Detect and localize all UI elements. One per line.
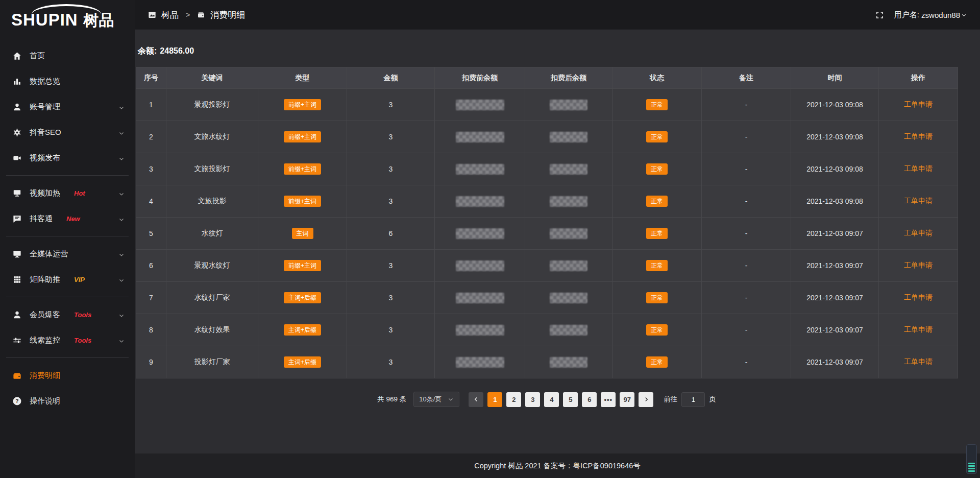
cell-type: 前缀+主词 <box>258 121 347 153</box>
cell-index: 5 <box>136 218 166 250</box>
user-name: zswodun88 <box>921 11 960 19</box>
masked-value <box>550 357 587 368</box>
sidebar-divider <box>6 297 129 297</box>
cell-type: 主词+后缀 <box>258 282 347 314</box>
breadcrumb-item-app[interactable]: 树品 <box>161 9 179 21</box>
type-tag: 主词+后缀 <box>284 324 321 336</box>
user-dropdown[interactable]: 用户名: zswodun88 <box>894 10 967 20</box>
balance: 余额:24856.00 <box>135 31 980 67</box>
cell-type: 前缀+主词 <box>258 153 347 185</box>
table-row: 9投影灯厂家主词+后缀3正常-2021-12-03 09:07工单申请 <box>136 346 958 378</box>
chevron-down-icon <box>118 276 125 282</box>
sidebar-item-0[interactable]: 首页 <box>0 43 135 68</box>
cell-type: 前缀+主词 <box>258 185 347 218</box>
work-order-link[interactable]: 工单申请 <box>904 325 933 333</box>
sidebar-item-13[interactable]: 线索监控Tools <box>0 327 135 353</box>
sidebar-item-2[interactable]: 账号管理 <box>0 94 135 119</box>
cell-keyword: 景观水纹灯 <box>166 250 258 282</box>
status-badge: 正常 <box>646 131 668 142</box>
table-header-row: 序号关键词类型金额扣费前余额扣费后余额状态备注时间操作 <box>136 67 958 89</box>
cell-time: 2021-12-03 09:08 <box>791 89 879 121</box>
sidebar-item-label: 抖客通 <box>30 214 53 224</box>
prev-page-button[interactable] <box>469 392 483 407</box>
cell-index: 7 <box>136 282 166 314</box>
cell-status: 正常 <box>612 121 702 153</box>
sidebar-item-label: 矩阵助推 <box>30 275 60 284</box>
fullscreen-icon[interactable] <box>875 11 884 19</box>
sidebar-item-4[interactable]: 视频发布 <box>0 145 135 171</box>
sidebar-divider <box>6 357 129 358</box>
cell-type: 前缀+主词 <box>258 89 347 121</box>
cell-type: 主词+后缀 <box>258 314 347 346</box>
sidebar-item-6[interactable]: 视频加热Hot <box>0 180 135 206</box>
table-row: 8水纹灯效果主词+后缀3正常-2021-12-03 09:07工单申请 <box>136 314 958 346</box>
balance-value: 24856.00 <box>160 46 194 55</box>
status-badge: 正常 <box>646 99 668 110</box>
work-order-link[interactable]: 工单申请 <box>904 197 933 205</box>
chevron-left-icon <box>473 396 479 402</box>
work-order-link[interactable]: 工单申请 <box>904 100 933 108</box>
sidebar-item-15[interactable]: 消费明细 <box>0 363 135 388</box>
next-page-button[interactable] <box>639 392 653 407</box>
page-button-1[interactable]: 1 <box>487 392 502 407</box>
goto-page: 前往页 <box>664 392 716 407</box>
cell-time: 2021-12-03 09:07 <box>791 314 879 346</box>
cell-balance-before <box>435 89 525 121</box>
cell-amount: 3 <box>347 153 435 185</box>
cell-remark: - <box>702 185 791 218</box>
cell-amount: 3 <box>347 250 435 282</box>
sidebar-item-3[interactable]: 抖音SEO <box>0 119 135 145</box>
floating-widget[interactable] <box>966 444 977 474</box>
sidebar-item-7[interactable]: 抖客通New <box>0 206 135 231</box>
sidebar-item-1[interactable]: 数据总览 <box>0 68 135 94</box>
cell-type: 前缀+主词 <box>258 250 347 282</box>
cell-amount: 3 <box>347 314 435 346</box>
cell-status: 正常 <box>612 250 702 282</box>
page-button-97[interactable]: 97 <box>620 392 634 407</box>
goto-page-input[interactable] <box>681 392 705 407</box>
sidebar-item-10[interactable]: 矩阵助推VIP <box>0 267 135 292</box>
column-header: 扣费后余额 <box>525 67 612 89</box>
sidebar-item-label: 首页 <box>30 51 45 61</box>
cell-status: 正常 <box>612 282 702 314</box>
cell-balance-before <box>435 185 525 218</box>
page-button-2[interactable]: 2 <box>506 392 521 407</box>
cell-balance-before <box>435 218 525 250</box>
work-order-link[interactable]: 工单申请 <box>904 261 933 269</box>
cell-index: 9 <box>136 346 166 378</box>
cell-index: 6 <box>136 250 166 282</box>
more-pages-button[interactable]: ••• <box>601 392 616 407</box>
monitor-icon <box>12 249 22 259</box>
cell-keyword: 水纹灯厂家 <box>166 282 258 314</box>
cell-keyword: 文旅水纹灯 <box>166 121 258 153</box>
page-size-select[interactable]: 10条/页 <box>413 392 459 407</box>
masked-value <box>550 196 587 207</box>
sidebar-item-12[interactable]: 会员爆客Tools <box>0 302 135 327</box>
page-button-3[interactable]: 3 <box>525 392 540 407</box>
masked-value <box>456 100 504 110</box>
cell-balance-after <box>525 218 612 250</box>
work-order-link[interactable]: 工单申请 <box>904 357 933 366</box>
page-button-5[interactable]: 5 <box>563 392 578 407</box>
pagination: 共 969 条10条/页123456•••97前往页 <box>136 392 958 407</box>
work-order-link[interactable]: 工单申请 <box>904 164 933 173</box>
table-row: 6景观水纹灯前缀+主词3正常-2021-12-03 09:07工单申请 <box>136 250 958 282</box>
cell-balance-before <box>435 314 525 346</box>
sidebar-item-label: 全媒体运营 <box>30 249 68 259</box>
cell-action: 工单申请 <box>879 153 958 185</box>
page-button-4[interactable]: 4 <box>544 392 559 407</box>
grid-icon <box>12 275 22 284</box>
work-order-link[interactable]: 工单申请 <box>904 132 933 140</box>
type-tag: 主词+后缀 <box>284 356 321 368</box>
cell-remark: - <box>702 314 791 346</box>
sidebar-item-16[interactable]: ?操作说明 <box>0 388 135 414</box>
svg-text:?: ? <box>15 398 18 404</box>
chevron-down-icon <box>118 190 125 196</box>
sidebar-item-badge: Tools <box>74 337 91 344</box>
work-order-link[interactable]: 工单申请 <box>904 293 933 301</box>
sidebar-item-9[interactable]: 全媒体运营 <box>0 241 135 267</box>
work-order-link[interactable]: 工单申请 <box>904 229 933 237</box>
cell-action: 工单申请 <box>879 250 958 282</box>
page-button-6[interactable]: 6 <box>582 392 597 407</box>
sidebar-divider <box>6 236 129 236</box>
